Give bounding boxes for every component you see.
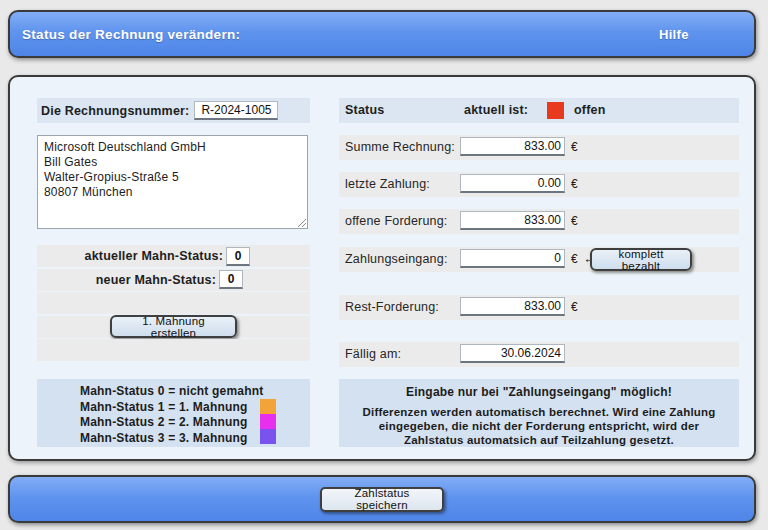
dialog-title: Status der Rechnung verändern: — [22, 12, 240, 56]
letzte-zahlung-row: letzte Zahlung: € — [339, 172, 739, 197]
letzte-zahlung-field[interactable] — [460, 174, 565, 193]
euro-sign: € — [571, 177, 578, 191]
main-panel: Die Rechnungsnummer: Status aktuell ist:… — [8, 75, 756, 461]
komplett-bezahlt-button[interactable]: komplett bezahlt — [590, 248, 692, 271]
status-color-swatch — [547, 102, 564, 119]
rest-forderung-label: Rest-Forderung: — [345, 300, 439, 314]
new-mahn-status-row: neuer Mahn-Status: — [37, 269, 310, 291]
faellig-am-row: Fällig am: — [339, 342, 739, 367]
summe-rechnung-field[interactable] — [460, 137, 565, 156]
current-mahn-status-label: aktueller Mahn-Status: — [85, 249, 223, 263]
status-value-label: offen — [574, 103, 606, 117]
resize-handle-icon[interactable] — [296, 217, 306, 227]
help-button[interactable]: Hilfe — [659, 12, 689, 56]
current-mahn-status-row: aktueller Mahn-Status: — [37, 245, 310, 267]
address-textarea[interactable]: Microsoft Deutschland GmbH Bill Gates Wa… — [37, 135, 308, 229]
zahlungseingang-row: Zahlungseingang: € ← komplett bezahlt — [339, 247, 739, 272]
zahlungseingang-label: Zahlungseingang: — [345, 252, 448, 266]
empty-row — [37, 292, 310, 314]
rest-forderung-row: Rest-Forderung: € — [339, 295, 739, 320]
new-mahn-status-field[interactable] — [219, 270, 243, 289]
info-headline: Eingabe nur bei "Zahlungseingang" möglic… — [351, 385, 727, 399]
offene-forderung-row: offene Forderung: € — [339, 209, 739, 234]
rest-forderung-field[interactable] — [460, 297, 565, 316]
summe-rechnung-row: Summe Rechnung: € — [339, 135, 739, 160]
invoice-number-row: Die Rechnungsnummer: — [37, 98, 310, 123]
offene-forderung-field[interactable] — [460, 211, 565, 230]
create-mahnung-row: 1. Mahnung erstellen — [37, 316, 310, 338]
euro-sign: € — [571, 140, 578, 154]
faellig-am-field[interactable] — [460, 344, 565, 363]
invoice-status-dialog: Status der Rechnung verändern: Hilfe Die… — [0, 0, 768, 530]
address-area: Microsoft Deutschland GmbH Bill Gates Wa… — [37, 135, 308, 229]
status-section-label: Status — [345, 103, 384, 117]
info-text: Differenzen werden automatisch berechnet… — [351, 405, 727, 447]
zahlungseingang-field[interactable] — [460, 249, 565, 268]
euro-sign: € — [571, 252, 578, 266]
euro-sign: € — [571, 214, 578, 228]
mahn-status-3-swatch — [260, 429, 276, 444]
legend-line-0: Mahn-Status 0 = nicht gemahnt — [80, 384, 310, 400]
new-mahn-status-label: neuer Mahn-Status: — [96, 273, 216, 287]
faellig-am-label: Fällig am: — [345, 347, 401, 361]
info-box: Eingabe nur bei "Zahlungseingang" möglic… — [339, 379, 739, 447]
header-bar: Status der Rechnung verändern: Hilfe — [8, 10, 756, 58]
current-mahn-status-field[interactable] — [226, 247, 250, 266]
invoice-number-label: Die Rechnungsnummer: — [41, 104, 189, 118]
euro-sign: € — [571, 300, 578, 314]
status-header-row: Status aktuell ist: offen — [339, 98, 739, 123]
create-mahnung-button[interactable]: 1. Mahnung erstellen — [110, 315, 237, 338]
footer-bar: Zahlstatus speichern — [8, 475, 756, 523]
invoice-number-field[interactable] — [194, 101, 278, 120]
empty-row — [37, 339, 310, 361]
mahn-status-2-swatch — [260, 414, 276, 429]
save-zahlstatus-button[interactable]: Zahlstatus speichern — [320, 487, 444, 512]
letzte-zahlung-label: letzte Zahlung: — [345, 177, 430, 191]
summe-rechnung-label: Summe Rechnung: — [345, 140, 455, 154]
legend-swatches — [260, 399, 276, 444]
mahn-status-legend: Mahn-Status 0 = nicht gemahnt Mahn-Statu… — [37, 379, 310, 447]
aktuell-ist-label: aktuell ist: — [464, 103, 528, 117]
offene-forderung-label: offene Forderung: — [345, 214, 448, 228]
mahn-status-1-swatch — [260, 399, 276, 414]
